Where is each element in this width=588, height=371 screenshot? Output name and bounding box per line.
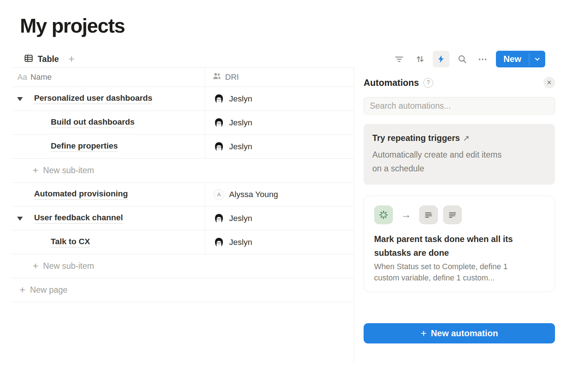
table-header-row: Aa Name DRI — [12, 67, 354, 87]
text-type-icon: Aa — [17, 72, 27, 82]
view-toolbar: ••• New — [391, 51, 545, 67]
plus-icon: + — [421, 328, 426, 338]
dri-person-name[interactable]: Jeslyn — [229, 94, 252, 104]
page-link[interactable]: User feedback channel — [34, 213, 123, 224]
table-row: Personalized user dashboards — [12, 87, 354, 111]
arrow-right-icon: → — [401, 209, 411, 221]
automation-title: Mark parent task done when all its subta… — [374, 232, 544, 260]
avatar — [214, 213, 224, 224]
table-view-icon — [24, 54, 33, 64]
help-icon[interactable]: ? — [423, 78, 433, 88]
avatar — [214, 237, 224, 248]
page-link[interactable]: Talk to CX — [51, 237, 90, 247]
more-options-icon[interactable]: ••• — [475, 51, 492, 67]
plus-icon: + — [33, 165, 38, 176]
close-icon[interactable]: × — [543, 77, 555, 88]
sort-icon[interactable] — [412, 51, 428, 67]
dri-person-name[interactable]: Jeslyn — [229, 238, 252, 247]
automation-description: When Status set to Complete, define 1 cu… — [374, 261, 544, 284]
expand-toggle-icon[interactable] — [17, 217, 23, 221]
plus-icon: + — [33, 260, 38, 272]
view-bar: Table + — [0, 51, 588, 67]
people-icon — [212, 71, 221, 83]
expand-toggle-icon[interactable] — [17, 97, 23, 101]
page-link[interactable]: Define properties — [51, 141, 118, 152]
automations-title: Automations — [364, 78, 419, 88]
automations-panel-header: Automations ? × — [364, 77, 555, 88]
filter-icon[interactable] — [391, 51, 407, 67]
content-split: Aa Name DRI — [12, 67, 588, 364]
avatar-letter: A — [214, 189, 224, 200]
action-edit-property-icon — [443, 205, 462, 224]
action-edit-property-icon — [419, 205, 438, 224]
automations-bolt-icon[interactable] — [433, 51, 450, 67]
notion-database-page: My projects Table + — [0, 0, 588, 371]
new-sub-item-button[interactable]: + New sub-item — [12, 159, 354, 182]
table-row: + New page — [12, 278, 354, 302]
promo-title: Try repeating triggers — [372, 133, 460, 143]
name-column-label: Name — [30, 72, 52, 82]
automation-flow-icons: → — [374, 205, 544, 224]
dri-person-name[interactable]: Alyssa Young — [229, 190, 278, 199]
add-view-plus-icon[interactable]: + — [68, 54, 75, 64]
chevron-down-icon[interactable] — [529, 51, 545, 67]
table-row: Talk to CX — [12, 230, 354, 254]
automations-panel: Automations ? × Try repeating triggers↗ … — [354, 67, 588, 364]
table-row: Define properties — [12, 135, 354, 159]
new-page-label: New page — [30, 285, 68, 295]
avatar — [214, 93, 224, 104]
dri-column-label: DRI — [225, 72, 239, 82]
avatar — [214, 141, 224, 152]
promo-description: Automatically create and edit items on a… — [372, 148, 546, 175]
search-icon[interactable] — [454, 51, 471, 67]
page-link[interactable]: Build out dashboards — [51, 117, 134, 128]
new-button[interactable]: New — [496, 51, 545, 67]
trigger-status-spinner-icon — [374, 205, 393, 224]
search-automations-input[interactable] — [364, 97, 555, 114]
projects-table: Aa Name DRI — [12, 67, 354, 364]
table-row: Automated provisioning A Alyssa Young — [12, 183, 354, 207]
table-row: + New sub-item — [12, 159, 354, 183]
dri-person-name[interactable]: Jeslyn — [229, 214, 252, 223]
dri-person-name[interactable]: Jeslyn — [229, 118, 252, 128]
page-header: My projects — [0, 0, 588, 38]
column-header-name[interactable]: Aa Name — [12, 68, 205, 87]
automation-card[interactable]: → — [364, 196, 555, 292]
table-row: Build out dashboards — [12, 111, 354, 135]
page-link[interactable]: Automated provisioning — [34, 189, 128, 200]
page-title: My projects — [20, 14, 588, 38]
external-link-arrow-icon: ↗ — [463, 134, 469, 143]
column-header-dri[interactable]: DRI — [205, 68, 354, 87]
table-row: + New sub-item — [12, 254, 354, 278]
new-sub-item-label: New sub-item — [43, 261, 94, 271]
page-link[interactable]: Personalized user dashboards — [34, 93, 152, 104]
new-automation-button[interactable]: + New automation — [364, 323, 555, 343]
new-sub-item-label: New sub-item — [43, 166, 94, 175]
plus-icon: + — [20, 284, 25, 296]
table-row: User feedback channel — [12, 207, 354, 230]
tab-table-view[interactable]: Table — [24, 54, 59, 64]
new-sub-item-button[interactable]: + New sub-item — [12, 254, 354, 278]
avatar — [214, 117, 224, 128]
new-button-label[interactable]: New — [496, 51, 529, 67]
repeating-triggers-promo-card[interactable]: Try repeating triggers↗ Automatically cr… — [364, 124, 555, 185]
dri-person-name[interactable]: Jeslyn — [229, 142, 252, 151]
table-tab-label: Table — [38, 54, 59, 64]
new-page-button[interactable]: + New page — [12, 278, 354, 302]
new-automation-label: New automation — [431, 328, 498, 338]
